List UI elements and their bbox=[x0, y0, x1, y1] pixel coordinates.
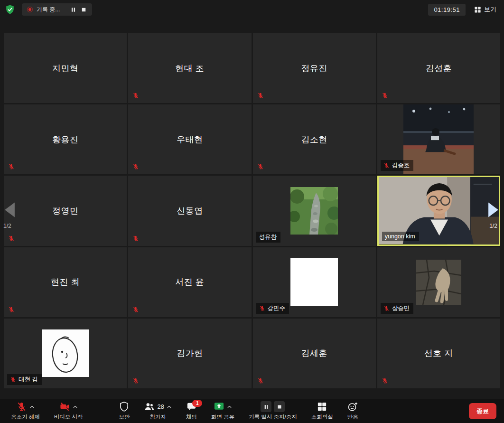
muted-mic-icon bbox=[132, 377, 139, 384]
page-indicator-left: 1/2 bbox=[3, 223, 16, 229]
participant-tile-active-speaker[interactable]: yungon kim bbox=[377, 176, 500, 245]
next-page-button[interactable]: 1/2 bbox=[487, 201, 500, 229]
participant-tile[interactable]: 김성훈 bbox=[377, 33, 500, 103]
muted-mic-icon bbox=[382, 377, 388, 384]
participant-name: 선호 지 bbox=[424, 348, 453, 359]
participant-label: 성유찬 bbox=[256, 232, 281, 243]
participant-tile[interactable]: 정영민 bbox=[4, 176, 127, 245]
participant-name: 장승민 bbox=[392, 304, 410, 312]
record-control-label: 기록 일시 중지/중지 bbox=[249, 414, 297, 421]
participant-tile[interactable]: 성유찬 bbox=[253, 176, 376, 245]
share-screen-button[interactable]: 화면 공유 bbox=[204, 399, 242, 423]
unmute-label: 음소거 해제 bbox=[11, 414, 40, 421]
left-arrow-icon bbox=[3, 201, 16, 218]
muted-mic-icon bbox=[132, 92, 139, 99]
reactions-icon bbox=[347, 401, 358, 412]
muted-mic-icon bbox=[8, 235, 15, 242]
reactions-button[interactable]: 반응 bbox=[340, 399, 365, 423]
chevron-up-icon[interactable] bbox=[167, 405, 172, 409]
participant-tile[interactable]: 현대 조 bbox=[128, 33, 251, 103]
previous-page-button[interactable]: 1/2 bbox=[3, 201, 16, 229]
pause-icon bbox=[263, 404, 270, 410]
chevron-up-icon[interactable] bbox=[227, 405, 232, 409]
muted-mic-icon bbox=[132, 163, 139, 170]
recording-dot-icon bbox=[27, 6, 33, 13]
participant-name: 지민혁 bbox=[52, 63, 79, 74]
participant-name: 김세훈 bbox=[301, 348, 327, 359]
participant-label: 강민주 bbox=[256, 303, 289, 314]
participant-tile[interactable]: 우태현 bbox=[128, 104, 251, 174]
muted-mic-icon bbox=[132, 235, 139, 242]
recording-status-label: 기록 중... bbox=[37, 6, 60, 14]
participants-icon bbox=[144, 401, 155, 412]
start-video-button[interactable]: 비디오 시작 bbox=[47, 399, 90, 423]
start-video-label: 비디오 시작 bbox=[54, 414, 83, 421]
muted-mic-icon bbox=[382, 92, 388, 99]
participant-name: 성유찬 bbox=[259, 233, 277, 241]
chevron-up-icon[interactable] bbox=[73, 405, 78, 409]
participant-tile[interactable]: 강민주 bbox=[253, 247, 376, 317]
participant-name: yungon kim bbox=[385, 233, 415, 240]
chat-button[interactable]: 1 채팅 bbox=[179, 399, 204, 423]
participant-tile[interactable]: 김세훈 bbox=[253, 319, 376, 388]
grid-view-icon bbox=[474, 6, 481, 13]
participant-tile[interactable]: 선호 지 bbox=[377, 319, 500, 388]
right-arrow-icon bbox=[487, 201, 500, 218]
participant-name: 서진 윤 bbox=[175, 276, 204, 288]
chat-label: 채팅 bbox=[186, 414, 197, 421]
pause-recording-icon[interactable] bbox=[70, 6, 77, 13]
participant-tile[interactable]: 장승민 bbox=[377, 247, 500, 317]
participant-tile[interactable]: 신동엽 bbox=[128, 176, 251, 245]
participant-name: 현대 조 bbox=[175, 63, 204, 74]
participant-label: 김종호 bbox=[381, 160, 414, 171]
participant-tile[interactable]: 현진 최 bbox=[4, 247, 127, 317]
participant-tile[interactable]: 김종호 bbox=[377, 104, 500, 174]
meeting-toolbar: 음소거 해제 비디오 시작 보안 28 참가자 1 채팅 bbox=[0, 399, 504, 423]
muted-mic-icon bbox=[383, 162, 390, 169]
share-screen-label: 화면 공유 bbox=[211, 414, 234, 421]
stop-icon bbox=[276, 404, 283, 410]
participant-tile[interactable]: 대현 김 bbox=[4, 319, 127, 388]
stop-recording-button[interactable] bbox=[274, 401, 285, 412]
participant-tile[interactable]: 황용진 bbox=[4, 104, 127, 174]
participant-name: 신동엽 bbox=[177, 205, 203, 216]
muted-mic-icon bbox=[259, 305, 265, 311]
participant-tile[interactable]: 서진 윤 bbox=[128, 247, 251, 317]
participants-button[interactable]: 28 참가자 bbox=[137, 399, 178, 423]
muted-mic-icon bbox=[257, 163, 264, 170]
participant-name: 정유진 bbox=[301, 63, 327, 74]
recording-indicator: 기록 중... bbox=[22, 3, 92, 16]
participant-name: 김종호 bbox=[392, 161, 410, 169]
participant-name: 우태현 bbox=[177, 134, 203, 145]
participant-name: 김소현 bbox=[301, 134, 327, 145]
muted-mic-icon bbox=[383, 305, 390, 311]
security-shield-icon[interactable] bbox=[5, 4, 15, 15]
pause-recording-button[interactable] bbox=[261, 401, 271, 412]
unmute-button[interactable]: 음소거 해제 bbox=[4, 399, 47, 423]
security-label: 보안 bbox=[119, 414, 130, 421]
participant-name: 강민주 bbox=[268, 304, 286, 312]
page-indicator-right: 1/2 bbox=[487, 223, 500, 229]
participant-tile[interactable]: 지민혁 bbox=[4, 33, 127, 103]
muted-mic-icon bbox=[8, 306, 15, 313]
participant-grid: 지민혁 현대 조 정유진 김성훈 황용진 우태현 김소현 bbox=[4, 33, 500, 388]
participant-tile[interactable]: 김가현 bbox=[128, 319, 251, 388]
participant-label: 대현 김 bbox=[7, 374, 42, 385]
end-meeting-button[interactable]: 종료 bbox=[469, 403, 496, 419]
participant-tile[interactable]: 김소현 bbox=[253, 104, 376, 174]
breakout-rooms-button[interactable]: 소회의실 bbox=[304, 399, 340, 423]
participant-tile[interactable]: 정유진 bbox=[253, 33, 376, 103]
meeting-topbar: 기록 중... 01:19:51 보기 bbox=[0, 0, 504, 19]
reactions-label: 반응 bbox=[347, 414, 358, 421]
participants-count: 28 bbox=[157, 403, 164, 410]
participant-name: 황용진 bbox=[52, 134, 79, 145]
record-control[interactable]: 기록 일시 중지/중지 bbox=[242, 399, 304, 423]
view-label: 보기 bbox=[484, 5, 496, 14]
muted-mic-icon bbox=[257, 92, 264, 99]
participants-label: 참가자 bbox=[149, 414, 166, 421]
participant-name: 현진 최 bbox=[51, 276, 80, 288]
stop-recording-icon[interactable] bbox=[80, 6, 87, 13]
chevron-up-icon[interactable] bbox=[29, 405, 35, 409]
view-button[interactable]: 보기 bbox=[471, 3, 499, 16]
security-button[interactable]: 보안 bbox=[112, 399, 137, 423]
